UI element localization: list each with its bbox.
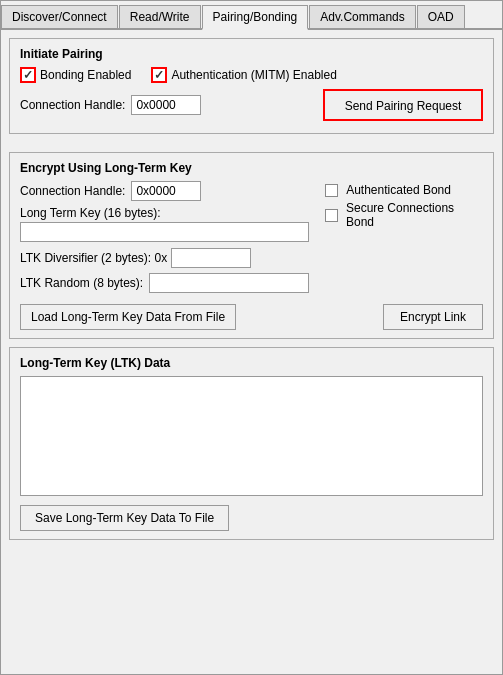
ltk-input[interactable] [20,222,309,242]
tab-bar: Discover/Connect Read/Write Pairing/Bond… [1,1,502,30]
tab-discover-connect[interactable]: Discover/Connect [1,5,118,28]
encrypt-right-col: Authenticated Bond Secure Connections Bo… [325,181,483,229]
ltk-random-row: LTK Random (8 bytes): [20,273,309,293]
ltk-diversifier-row: LTK Diversifier (2 bytes): 0x [20,248,309,268]
encrypt-connection-handle-input[interactable] [131,181,201,201]
spacer [9,142,494,152]
load-ltk-button[interactable]: Load Long-Term Key Data From File [20,304,236,330]
bonding-enabled-checkbox[interactable] [20,67,36,83]
main-window: Discover/Connect Read/Write Pairing/Bond… [0,0,503,675]
authenticated-bond-label[interactable]: Authenticated Bond [325,183,483,197]
connection-handle-input[interactable] [131,95,201,115]
auth-enabled-text: Authentication (MITM) Enabled [171,68,336,82]
tab-content: Initiate Pairing Bonding Enabled Authent… [1,30,502,674]
encrypt-left-col: Connection Handle: Long Term Key (16 byt… [20,181,309,298]
ltk-data-textarea[interactable] [20,376,483,496]
encrypt-connection-handle-label: Connection Handle: [20,184,125,198]
ltk-random-label: LTK Random (8 bytes): [20,276,143,290]
encrypt-ltk-section: Encrypt Using Long-Term Key Connection H… [9,152,494,339]
ltk-random-input[interactable] [149,273,309,293]
tab-adv-commands[interactable]: Adv.Commands [309,5,415,28]
encrypt-connection-handle-row: Connection Handle: [20,181,309,201]
send-pairing-button[interactable]: Send Pairing Request [323,89,483,121]
authenticated-bond-checkbox[interactable] [325,184,338,197]
ltk-data-section: Long-Term Key (LTK) Data Save Long-Term … [9,347,494,540]
ltk-label: Long Term Key (16 bytes): [20,206,309,220]
auth-enabled-checkbox[interactable] [151,67,167,83]
encrypt-two-col: Connection Handle: Long Term Key (16 byt… [20,181,483,298]
tab-read-write[interactable]: Read/Write [119,5,201,28]
connection-handle-row: Connection Handle: Send Pairing Request [20,89,483,121]
bonding-enabled-label[interactable]: Bonding Enabled [20,67,131,83]
ltk-diversifier-label: LTK Diversifier (2 bytes): 0x [20,251,167,265]
initiate-pairing-title: Initiate Pairing [20,47,483,61]
ltk-data-title: Long-Term Key (LTK) Data [20,356,483,370]
encrypt-link-button[interactable]: Encrypt Link [383,304,483,330]
tab-pairing-bonding[interactable]: Pairing/Bonding [202,5,309,30]
secure-connections-text: Secure Connections Bond [346,201,483,229]
ltk-diversifier-input[interactable] [171,248,251,268]
tab-oad[interactable]: OAD [417,5,465,28]
checkboxes-row: Bonding Enabled Authentication (MITM) En… [20,67,483,83]
initiate-pairing-section: Initiate Pairing Bonding Enabled Authent… [9,38,494,134]
authenticated-bond-text: Authenticated Bond [346,183,451,197]
secure-connections-label[interactable]: Secure Connections Bond [325,201,483,229]
bonding-enabled-text: Bonding Enabled [40,68,131,82]
auth-enabled-label[interactable]: Authentication (MITM) Enabled [151,67,336,83]
encrypt-ltk-title: Encrypt Using Long-Term Key [20,161,483,175]
connection-handle-label: Connection Handle: [20,98,125,112]
secure-connections-checkbox[interactable] [325,209,338,222]
encrypt-btn-row: Load Long-Term Key Data From File Encryp… [20,304,483,330]
save-ltk-button[interactable]: Save Long-Term Key Data To File [20,505,229,531]
